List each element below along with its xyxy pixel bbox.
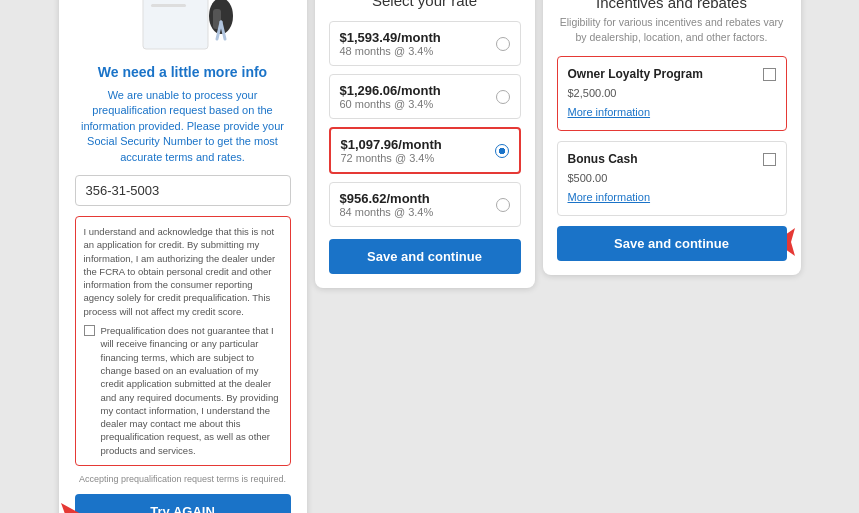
ssn-input[interactable] (75, 175, 291, 206)
rate-info-3: $1,097.96/month 72 months @ 3.4% (341, 137, 442, 164)
rate-amount-4: $956.62/month (340, 191, 434, 206)
rate-amount-2: $1,296.06/month (340, 83, 441, 98)
svg-rect-4 (151, 4, 186, 7)
owner-loyalty-title: Owner Loyalty Program (568, 67, 703, 81)
rate-option-4[interactable]: $956.62/month 84 months @ 3.4% (329, 182, 521, 227)
rate-option-1[interactable]: $1,593.49/month 48 months @ 3.4% (329, 21, 521, 66)
rate-amount-3: $1,097.96/month (341, 137, 442, 152)
panel-rate-title: Select your rate (329, 0, 521, 9)
panel-info: We need a little more info We are unable… (59, 0, 307, 513)
bonus-cash-checkbox[interactable] (763, 153, 776, 166)
rate-info-2: $1,296.06/month 60 months @ 3.4% (340, 83, 441, 110)
rate-radio-1[interactable] (496, 37, 510, 51)
terms-text-1: I understand and acknowledge that this i… (84, 225, 282, 318)
incentives-save-button[interactable]: Save and continue (557, 226, 787, 261)
illustration (75, 0, 291, 54)
terms-text-2: Prequalification does not guarantee that… (101, 324, 282, 457)
bonus-cash-more-info[interactable]: More information (568, 191, 651, 203)
owner-loyalty-card: Owner Loyalty Program $2,500.00 More inf… (557, 56, 787, 131)
bonus-cash-title: Bonus Cash (568, 152, 638, 166)
terms-row: Prequalification does not guarantee that… (84, 324, 282, 457)
owner-loyalty-checkbox[interactable] (763, 68, 776, 81)
rate-terms-3: 72 months @ 3.4% (341, 152, 442, 164)
illustration-svg (113, 0, 253, 54)
panel-rate: Select your rate $1,593.49/month 48 mont… (315, 0, 535, 288)
rate-option-3[interactable]: $1,097.96/month 72 months @ 3.4% (329, 127, 521, 174)
panel-incentives-title: Incentives and rebates (557, 0, 787, 11)
accepting-text: Accepting prequalification request terms… (75, 474, 291, 484)
rate-radio-3[interactable] (495, 144, 509, 158)
try-again-button[interactable]: Try AGAIN (75, 494, 291, 513)
terms-checkbox[interactable] (84, 325, 95, 336)
svg-marker-12 (61, 503, 81, 514)
panels-container: We need a little more info We are unable… (47, 0, 813, 513)
try-again-container: Try AGAIN (75, 494, 291, 513)
rate-radio-2[interactable] (496, 90, 510, 104)
rate-terms-4: 84 months @ 3.4% (340, 206, 434, 218)
rate-terms-2: 60 months @ 3.4% (340, 98, 441, 110)
incentives-save-container: Save and continue (557, 226, 787, 261)
rate-save-button[interactable]: Save and continue (329, 239, 521, 274)
bonus-cash-header: Bonus Cash (568, 152, 776, 166)
owner-loyalty-more-info[interactable]: More information (568, 106, 651, 118)
svg-rect-0 (143, 0, 208, 49)
rate-terms-1: 48 months @ 3.4% (340, 45, 441, 57)
arrow-indicator-1 (59, 503, 81, 514)
rate-option-2[interactable]: $1,296.06/month 60 months @ 3.4% (329, 74, 521, 119)
bonus-cash-card: Bonus Cash $500.00 More information (557, 141, 787, 216)
rate-info-1: $1,593.49/month 48 months @ 3.4% (340, 30, 441, 57)
panel-incentives-desc: Eligibility for various incentives and r… (557, 15, 787, 44)
panel-info-title: We need a little more info (75, 64, 291, 80)
rate-info-4: $956.62/month 84 months @ 3.4% (340, 191, 434, 218)
terms-box: I understand and acknowledge that this i… (75, 216, 291, 466)
owner-loyalty-amount: $2,500.00 (568, 87, 776, 99)
panel-incentives: Incentives and rebates Eligibility for v… (543, 0, 801, 275)
bonus-cash-amount: $500.00 (568, 172, 776, 184)
panel-info-desc: We are unable to process your prequalifi… (75, 88, 291, 165)
owner-loyalty-header: Owner Loyalty Program (568, 67, 776, 81)
rate-amount-1: $1,593.49/month (340, 30, 441, 45)
rate-radio-4[interactable] (496, 198, 510, 212)
